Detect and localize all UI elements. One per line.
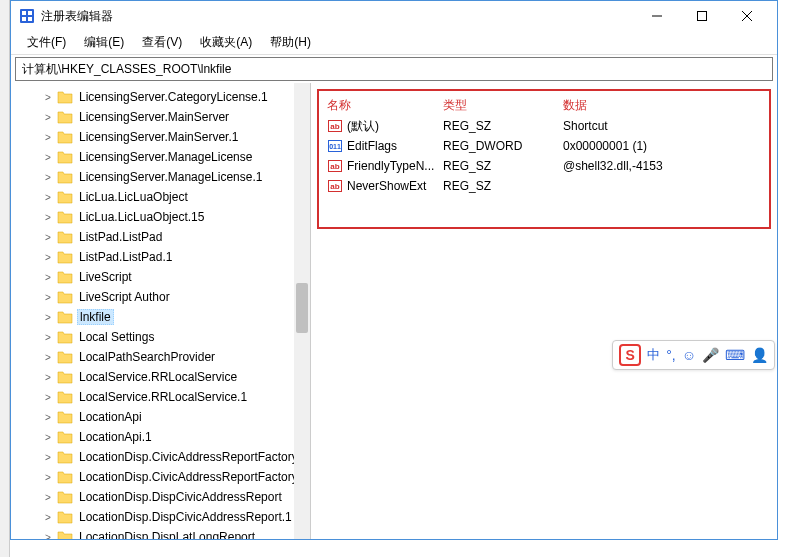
tree-item[interactable]: >LicensingServer.MainServer.1 [11, 127, 310, 147]
regedit-window: 注册表编辑器 文件(F) 编辑(E) 查看(V) 收藏夹(A) 帮助(H) 计算… [10, 0, 778, 540]
folder-icon [57, 110, 73, 124]
folder-icon [57, 470, 73, 484]
reg-dword-icon: 011 [327, 138, 343, 154]
svg-rect-1 [22, 11, 26, 15]
folder-icon [57, 330, 73, 344]
col-header-data[interactable]: 数据 [563, 97, 765, 114]
tree-item[interactable]: >lnkfile [11, 307, 310, 327]
menu-file[interactable]: 文件(F) [19, 32, 74, 53]
tree-item-label: LocalService.RRLocalService [77, 370, 239, 384]
tree-item[interactable]: >Local Settings [11, 327, 310, 347]
tree-item[interactable]: >LocationDisp.CivicAddressReportFactory.… [11, 467, 310, 487]
ime-mode[interactable]: 中 [647, 346, 660, 364]
expand-icon[interactable]: > [41, 410, 55, 424]
ime-punct-icon[interactable]: °, [666, 347, 676, 363]
col-header-name[interactable]: 名称 [323, 97, 443, 114]
tree-item[interactable]: >ListPad.ListPad.1 [11, 247, 310, 267]
menubar: 文件(F) 编辑(E) 查看(V) 收藏夹(A) 帮助(H) [11, 31, 777, 55]
tree-pane[interactable]: >LicensingServer.CategoryLicense.1>Licen… [11, 83, 311, 539]
ime-mic-icon[interactable]: 🎤 [702, 347, 719, 363]
ime-keyboard-icon[interactable]: ⌨ [725, 347, 745, 363]
tree-item[interactable]: >LocalService.RRLocalService [11, 367, 310, 387]
tree-item[interactable]: >LocalService.RRLocalService.1 [11, 387, 310, 407]
folder-icon [57, 290, 73, 304]
expand-icon[interactable]: > [41, 450, 55, 464]
tree-item[interactable]: >LocalPathSearchProvider [11, 347, 310, 367]
tree-item-label: LiveScript Author [77, 290, 172, 304]
tree-item[interactable]: >LocationApi [11, 407, 310, 427]
values-header: 名称 类型 数据 [323, 95, 765, 116]
maximize-button[interactable] [679, 2, 724, 30]
svg-rect-3 [22, 17, 26, 21]
tree-item[interactable]: >LicensingServer.ManageLicense [11, 147, 310, 167]
menu-edit[interactable]: 编辑(E) [76, 32, 132, 53]
tree-item[interactable]: >LicensingServer.CategoryLicense.1 [11, 87, 310, 107]
ime-smiley-icon[interactable]: ☺ [682, 347, 696, 363]
col-header-type[interactable]: 类型 [443, 97, 563, 114]
tree-item[interactable]: >LiveScript Author [11, 287, 310, 307]
folder-icon [57, 210, 73, 224]
expand-icon[interactable]: > [41, 290, 55, 304]
expand-icon[interactable]: > [41, 150, 55, 164]
ime-toolbar[interactable]: S 中 °, ☺ 🎤 ⌨ 👤 [612, 340, 775, 370]
address-bar[interactable]: 计算机\HKEY_CLASSES_ROOT\lnkfile [15, 57, 773, 81]
tree-item[interactable]: >LiveScript [11, 267, 310, 287]
expand-icon[interactable]: > [41, 370, 55, 384]
expand-icon[interactable]: > [41, 210, 55, 224]
value-data: 0x00000001 (1) [563, 139, 765, 153]
expand-icon[interactable]: > [41, 330, 55, 344]
value-row[interactable]: ab(默认)REG_SZShortcut [323, 116, 765, 136]
folder-icon [57, 310, 73, 324]
tree-item-label: LocalService.RRLocalService.1 [77, 390, 249, 404]
close-button[interactable] [724, 2, 769, 30]
tree-item[interactable]: >LicLua.LicLuaObject [11, 187, 310, 207]
tree-item-label: LocationDisp.DispCivicAddressReport.1 [77, 510, 294, 524]
tree-item[interactable]: >LocationDisp.DispCivicAddressReport.1 [11, 507, 310, 527]
minimize-button[interactable] [634, 2, 679, 30]
value-type: REG_SZ [443, 179, 563, 193]
expand-icon[interactable]: > [41, 430, 55, 444]
value-row[interactable]: 011EditFlagsREG_DWORD0x00000001 (1) [323, 136, 765, 156]
expand-icon[interactable]: > [41, 170, 55, 184]
expand-icon[interactable]: > [41, 230, 55, 244]
folder-icon [57, 490, 73, 504]
expand-icon[interactable]: > [41, 390, 55, 404]
values-pane[interactable]: 名称 类型 数据 ab(默认)REG_SZShortcut011EditFlag… [311, 83, 777, 539]
tree-item[interactable]: >LocationDisp.DispLatLongReport [11, 527, 310, 539]
expand-icon[interactable]: > [41, 130, 55, 144]
tree-item[interactable]: >LocationApi.1 [11, 427, 310, 447]
tree-item[interactable]: >LicLua.LicLuaObject.15 [11, 207, 310, 227]
value-type: REG_SZ [443, 119, 563, 133]
expand-icon[interactable]: > [41, 490, 55, 504]
tree-item[interactable]: >ListPad.ListPad [11, 227, 310, 247]
menu-help[interactable]: 帮助(H) [262, 32, 319, 53]
folder-icon [57, 410, 73, 424]
tree-item[interactable]: >LocationDisp.DispCivicAddressReport [11, 487, 310, 507]
expand-icon[interactable]: > [41, 350, 55, 364]
value-row[interactable]: abFriendlyTypeN...REG_SZ@shell32.dll,-41… [323, 156, 765, 176]
expand-icon[interactable]: > [41, 190, 55, 204]
expand-icon[interactable]: > [41, 90, 55, 104]
tree-item-label: LocationDisp.DispLatLongReport [77, 530, 257, 539]
ime-logo-icon[interactable]: S [619, 344, 641, 366]
expand-icon[interactable]: > [41, 530, 55, 539]
tree-item[interactable]: >LicensingServer.ManageLicense.1 [11, 167, 310, 187]
expand-icon[interactable]: > [41, 310, 55, 324]
menu-view[interactable]: 查看(V) [134, 32, 190, 53]
menu-favorites[interactable]: 收藏夹(A) [192, 32, 260, 53]
ime-user-icon[interactable]: 👤 [751, 347, 768, 363]
expand-icon[interactable]: > [41, 470, 55, 484]
expand-icon[interactable]: > [41, 250, 55, 264]
tree-item[interactable]: >LocationDisp.CivicAddressReportFactory [11, 447, 310, 467]
expand-icon[interactable]: > [41, 270, 55, 284]
scrollbar-thumb[interactable] [296, 283, 308, 333]
expand-icon[interactable]: > [41, 510, 55, 524]
tree-item[interactable]: >LicensingServer.MainServer [11, 107, 310, 127]
folder-icon [57, 430, 73, 444]
value-row[interactable]: abNeverShowExtREG_SZ [323, 176, 765, 196]
folder-icon [57, 530, 73, 539]
tree-scrollbar[interactable] [294, 83, 310, 539]
expand-icon[interactable]: > [41, 110, 55, 124]
tree-item-label: ListPad.ListPad [77, 230, 164, 244]
folder-icon [57, 270, 73, 284]
